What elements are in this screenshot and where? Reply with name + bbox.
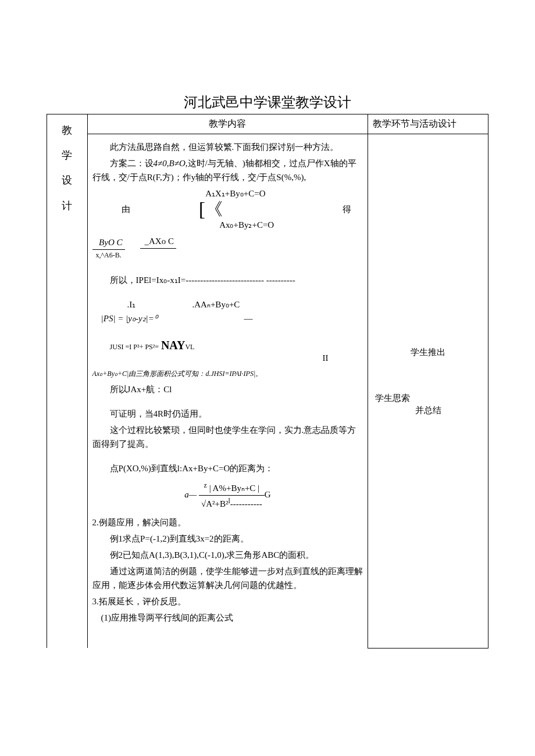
- para-5: .I₁ .AAₙ+By₀+C |PS| = |y₀-y₂|=⁰ —: [92, 298, 363, 325]
- eq-bot: Ax₀+By₂+C=O: [219, 220, 274, 230]
- para-2: 方案二：设4≠0,B≠O,这时/与无轴、)轴都相交，过点尸作X轴的平行线，交/于…: [92, 156, 363, 184]
- header-content: 教学内容: [87, 114, 368, 134]
- para-12: 2.例题应用，解决问题。: [92, 515, 363, 529]
- p6b: NAY: [161, 339, 186, 352]
- main-table: 教 学 设 计 教学内容 教学环节与活动设计 此方法虽思路自然，但运算较繁.下面…: [47, 114, 488, 648]
- mf-dash: -----------: [230, 499, 262, 508]
- para-9: 可证明，当4R时仍适用。: [92, 407, 363, 421]
- frac-1: ByO C x,^A6-B.: [92, 235, 125, 261]
- left-bracket-icon: [: [199, 199, 205, 219]
- equation-system: 由 [ A₁X₁+By₀+C=O 《 Ax₀+By₂+C=O 得: [92, 187, 363, 232]
- right-note-2: 学生思索: [373, 393, 483, 404]
- para-16: 3.拓展延长，评价反思。: [92, 594, 363, 608]
- para-17: (1)应用推导两平行线间的距离公式: [92, 611, 363, 625]
- left-label-1: 教: [52, 118, 83, 143]
- p6d: II: [92, 351, 363, 365]
- p6a: JUSI =I P³+ PS²=: [110, 343, 159, 351]
- p5d: —: [160, 311, 253, 325]
- left-label-4: 计: [52, 194, 83, 218]
- p11-text: 点P(XO,%)到直线l:Ax+By+C=O的距离为：: [110, 464, 274, 473]
- eq-de: 得: [343, 202, 351, 216]
- p7-text: Ax₀+By₀+C|由三角形面积公式可知：d.JHSI=IPAI·IPS|。: [92, 370, 263, 378]
- left-label-2: 学: [52, 143, 83, 168]
- mf-right: G: [265, 490, 271, 499]
- para-10: 这个过程比较繁琐，但同时也使学生在学问，实力.意志品质等方面得到了提高。: [92, 423, 363, 451]
- left-column: 教 学 设 计: [47, 114, 88, 648]
- eq-top: A₁X₁+By₀+C=O: [205, 189, 265, 198]
- para-14: 例2已知点A(1,3),B(3,1),C(-1,0),求三角形ABC的面积。: [92, 548, 363, 562]
- frac-2: _AXo C: [140, 234, 176, 263]
- p2-mid: 4≠0,B≠O,: [154, 159, 188, 168]
- p5a: .I₁: [110, 298, 145, 311]
- para-15: 通过这两道简洁的例题，使学生能够进一步对点到直线的距离理解应用，能逐步体会用代数…: [92, 564, 363, 592]
- mf-num: | A%+Byₙ+C |: [209, 483, 259, 493]
- page-title: 河北武邑中学课堂教学设计: [6, 93, 529, 112]
- para-11: 点P(XO,%)到直线l:Ax+By+C=O的距离为：: [92, 461, 363, 475]
- main-formula: a— z | A%+Byₙ+C | √A²+B²l----------- G: [92, 480, 363, 511]
- para-6: JUSI =I P³+ PS²= NAYVL II: [92, 336, 363, 365]
- mf-small: z: [204, 481, 207, 489]
- mf-den: √A²+B²: [201, 499, 229, 508]
- p5c: |PS| = |y₀-y₂|=⁰: [101, 314, 158, 323]
- p6c: VL: [185, 343, 194, 351]
- p2-pre: 方案二：设: [110, 159, 154, 168]
- para-7: Ax₀+By₀+C|由三角形面积公式可知：d.JHSI=IPAI·IPS|。: [92, 366, 363, 380]
- para-13: 例1求点P=(-1,2)到直线3x=2的距离。: [92, 532, 363, 546]
- content-body: 此方法虽思路自然，但运算较繁.下面我们探讨别一种方法。 方案二：设4≠0,B≠O…: [87, 134, 368, 648]
- frac1-den: x,^A6-B.: [92, 250, 125, 261]
- para-8: 所以JAx+航：Cl: [92, 382, 363, 396]
- brace-icon: 《: [205, 199, 223, 218]
- right-note-1: 学生推出: [373, 347, 483, 358]
- frac2-num: _AXo C: [145, 237, 174, 246]
- left-label-3: 设: [52, 168, 83, 193]
- eq-you: 由: [122, 202, 130, 216]
- frac1-num: ByO C: [99, 238, 122, 247]
- p5b: .AAₙ+By₀+C: [147, 298, 240, 311]
- para-1: 此方法虽思路自然，但运算较繁.下面我们探讨别一种方法。: [92, 140, 363, 154]
- frac-row: ByO C x,^A6-B. _AXo C: [92, 234, 363, 263]
- activity-body: 学生推出 学生思索 并总结: [368, 134, 488, 648]
- para-4: 所以，IPEl=Ix₀-x₁I=------------------------…: [92, 273, 363, 287]
- mf-left: a—: [184, 490, 197, 499]
- right-note-3: 并总结: [373, 405, 483, 416]
- header-activity: 教学环节与活动设计: [368, 114, 488, 134]
